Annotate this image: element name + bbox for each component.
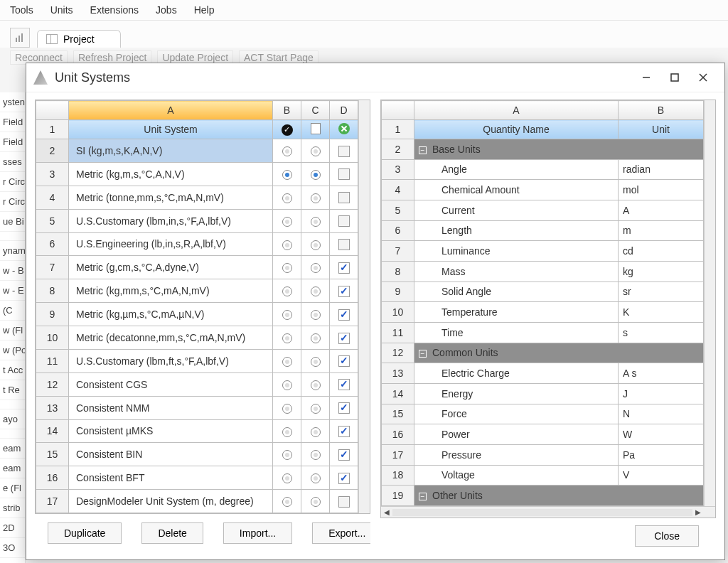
- duplicate-button[interactable]: Duplicate: [48, 522, 122, 544]
- quantity-row[interactable]: 9Solid Anglesr: [382, 282, 704, 302]
- unit-system-label[interactable]: DesignModeler Unit System (m, degree): [69, 490, 273, 513]
- quantity-unit[interactable]: A s: [619, 363, 704, 384]
- minimize-button[interactable]: [632, 68, 660, 87]
- quantity-name[interactable]: Time: [414, 322, 619, 343]
- quantity-name[interactable]: Solid Angle: [414, 282, 619, 302]
- row-num[interactable]: 9: [382, 282, 414, 302]
- radio-active[interactable]: [273, 419, 301, 443]
- row-num[interactable]: 19: [382, 486, 414, 506]
- quantity-row[interactable]: 18VoltageV: [382, 465, 704, 486]
- quantity-name[interactable]: Pressure: [414, 444, 619, 465]
- quantity-row[interactable]: 6Lengthm: [382, 220, 704, 241]
- row-num[interactable]: 10: [382, 302, 414, 323]
- delete-button[interactable]: Delete: [141, 522, 203, 544]
- quantity-name[interactable]: Electric Charge: [414, 363, 619, 384]
- unit-system-label[interactable]: Metric (kg,m,s,°C,A,N,V): [69, 162, 273, 186]
- radio-active[interactable]: [273, 396, 301, 419]
- row-num[interactable]: 3: [36, 162, 69, 186]
- unit-system-label[interactable]: Metric (g,cm,s,°C,A,dyne,V): [69, 256, 273, 279]
- radio-active[interactable]: [273, 209, 301, 232]
- quantity-unit[interactable]: m: [619, 220, 704, 241]
- unit-system-row[interactable]: 14Consistent µMKS: [36, 419, 358, 443]
- group-row[interactable]: 12−Common Units: [382, 343, 704, 363]
- unit-system-label[interactable]: Consistent NMM: [69, 396, 273, 419]
- unit-system-label[interactable]: U.S.Engineering (lb,in,s,R,A,lbf,V): [69, 232, 273, 256]
- quantity-name[interactable]: Force: [414, 404, 619, 424]
- quantity-unit[interactable]: A: [619, 200, 704, 220]
- quantity-unit[interactable]: Pa: [619, 444, 704, 465]
- quantity-name[interactable]: Current: [414, 200, 619, 220]
- unit-system-row[interactable]: 9Metric (kg,µm,s,°C,mA,µN,V): [36, 303, 358, 326]
- unit-system-label[interactable]: Metric (tonne,mm,s,°C,mA,N,mV): [69, 186, 273, 209]
- radio-active[interactable]: [273, 162, 301, 186]
- col-b[interactable]: B: [273, 101, 301, 120]
- close-icon[interactable]: [689, 68, 717, 87]
- unit-system-row[interactable]: 10Metric (decatonne,mm,s,°C,mA,N,mV): [36, 326, 358, 350]
- row-num[interactable]: 13: [382, 363, 414, 384]
- radio-active[interactable]: [273, 279, 301, 303]
- unit-system-row[interactable]: 3Metric (kg,m,s,°C,A,N,V): [36, 162, 358, 186]
- checkbox-suppress[interactable]: [330, 279, 358, 303]
- quantity-name[interactable]: Energy: [414, 383, 619, 404]
- radio-active[interactable]: [273, 186, 301, 209]
- radio-default[interactable]: [301, 162, 330, 186]
- close-button[interactable]: Close: [635, 525, 699, 547]
- radio-active[interactable]: [273, 256, 301, 279]
- col-corner[interactable]: [36, 101, 69, 120]
- radio-default[interactable]: [301, 349, 330, 372]
- row-num[interactable]: 15: [382, 404, 414, 424]
- radio-default[interactable]: [301, 256, 330, 279]
- dialog-titlebar[interactable]: Unit Systems: [26, 63, 724, 92]
- quantity-row[interactable]: 11Times: [382, 322, 704, 343]
- checkbox-suppress[interactable]: [330, 139, 358, 163]
- radio-default[interactable]: [301, 419, 330, 443]
- checkbox-suppress[interactable]: [330, 372, 358, 396]
- row-num[interactable]: 5: [36, 209, 69, 232]
- tab-project[interactable]: Project: [37, 30, 121, 48]
- radio-default[interactable]: [301, 443, 330, 466]
- row-num[interactable]: 12: [36, 372, 69, 396]
- row-num[interactable]: 1: [382, 120, 414, 139]
- row-num[interactable]: 8: [36, 279, 69, 303]
- radio-default[interactable]: [301, 232, 330, 256]
- unit-system-label[interactable]: Consistent BIN: [69, 443, 273, 466]
- row-num[interactable]: 16: [382, 424, 414, 445]
- row-num[interactable]: 2: [382, 139, 414, 160]
- row-num[interactable]: 14: [382, 383, 414, 404]
- group-label[interactable]: −Base Units: [414, 139, 704, 160]
- radio-active[interactable]: [273, 490, 301, 513]
- row-num[interactable]: 4: [36, 186, 69, 209]
- quantity-unit[interactable]: V: [619, 465, 704, 486]
- unit-system-row[interactable]: 15Consistent BIN: [36, 443, 358, 466]
- checkbox-suppress[interactable]: [330, 232, 358, 256]
- unit-system-label[interactable]: Metric (kg,µm,s,°C,mA,µN,V): [69, 303, 273, 326]
- checkbox-suppress[interactable]: [330, 256, 358, 279]
- row-num[interactable]: 8: [382, 261, 414, 282]
- unit-system-row[interactable]: 17DesignModeler Unit System (m, degree): [36, 490, 358, 513]
- export-button[interactable]: Export...: [312, 522, 370, 544]
- quantity-row[interactable]: 14EnergyJ: [382, 383, 704, 404]
- unit-system-row[interactable]: 11U.S.Customary (lbm,ft,s,°F,A,lbf,V): [36, 349, 358, 372]
- collapse-icon[interactable]: −: [419, 350, 427, 358]
- checkbox-suppress[interactable]: [330, 396, 358, 419]
- checkbox-suppress[interactable]: [330, 490, 358, 513]
- row-num[interactable]: 10: [36, 326, 69, 350]
- radio-active[interactable]: [273, 139, 301, 163]
- row-num[interactable]: 6: [36, 232, 69, 256]
- checkbox-suppress[interactable]: [330, 162, 358, 186]
- row-num[interactable]: 5: [382, 200, 414, 220]
- quantity-unit[interactable]: K: [619, 302, 704, 323]
- unit-system-label[interactable]: U.S.Customary (lbm,in,s,°F,A,lbf,V): [69, 209, 273, 232]
- right-horizontal-scrollbar[interactable]: ◀ ▶: [381, 506, 715, 518]
- group-label[interactable]: −Other Units: [414, 486, 704, 506]
- radio-active[interactable]: [273, 443, 301, 466]
- quantity-name[interactable]: Angle: [414, 159, 619, 180]
- radio-active[interactable]: [273, 232, 301, 256]
- group-row[interactable]: 2−Base Units: [382, 139, 704, 160]
- quantity-name[interactable]: Length: [414, 220, 619, 241]
- row-num[interactable]: 17: [36, 490, 69, 513]
- menu-units[interactable]: Units: [50, 4, 73, 16]
- maximize-button[interactable]: [660, 68, 689, 87]
- unit-system-row[interactable]: 2SI (kg,m,s,K,A,N,V): [36, 139, 358, 163]
- unit-system-label[interactable]: Metric (decatonne,mm,s,°C,mA,N,mV): [69, 326, 273, 350]
